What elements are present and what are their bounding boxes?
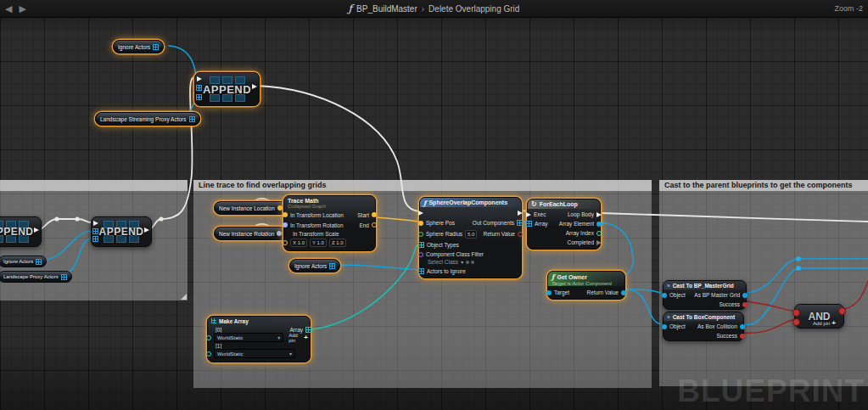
sphere-radius-field[interactable]: 5.0 <box>465 230 477 239</box>
array-pin[interactable] <box>153 44 159 50</box>
enum-in-pin[interactable] <box>206 335 211 340</box>
exec-out-pin[interactable] <box>144 227 149 233</box>
array-pin[interactable] <box>36 259 42 265</box>
vector-in-pin-unconnected[interactable] <box>283 240 288 245</box>
bool-in-pin[interactable] <box>792 309 800 317</box>
comment-header[interactable]: Cast to the parent blueprints to get the… <box>659 180 868 191</box>
pin-label: Object <box>669 292 686 298</box>
array-pin[interactable] <box>329 263 335 269</box>
class-in-pin[interactable] <box>418 252 423 257</box>
exec-out-pin[interactable] <box>596 212 602 217</box>
vector-in-pin[interactable] <box>283 212 288 217</box>
scale-z-field[interactable]: Z 1.0 <box>329 239 346 247</box>
bool-out-pin[interactable] <box>740 334 745 339</box>
scale-y-field[interactable]: Y 1.0 <box>310 239 327 247</box>
pin-label: As Box Collision <box>697 323 737 329</box>
node-sphere-overlap-components[interactable]: ƒ SphereOverlapComponents Sphere Pos Out… <box>419 197 522 278</box>
breadcrumb-graph[interactable]: Delete Overlapping Grid <box>428 4 519 14</box>
node-foreach-loop[interactable]: ↻ ForEachLoop Exec Loop Body Array Array… <box>527 199 601 250</box>
exec-out-pin[interactable] <box>34 227 39 233</box>
function-icon: ƒ <box>349 3 352 14</box>
node-append-top[interactable]: APPEND <box>194 72 260 106</box>
variable-node-new-instance-location[interactable]: New Instance Location <box>214 201 288 215</box>
variable-node-ignore-actors[interactable]: Ignore Actors <box>113 40 164 53</box>
add-pin-label: Add pin <box>288 333 302 343</box>
pin-label: Start <box>357 212 369 218</box>
exec-in-pin[interactable] <box>418 211 423 216</box>
zoom-level-label: Zoom -2 <box>834 0 863 17</box>
forward-icon[interactable]: ▶ <box>19 0 25 17</box>
node-append-mid[interactable]: APPEND <box>91 216 152 247</box>
vector-pin[interactable] <box>277 205 283 211</box>
array-input-pin[interactable] <box>196 94 202 100</box>
exec-out-pin-unconnected[interactable] <box>596 240 602 245</box>
node-append-left[interactable]: APPEND <box>0 216 42 247</box>
vector-in-pin[interactable] <box>418 221 423 226</box>
scale-x-field[interactable]: X 1.0 <box>290 239 307 247</box>
variable-label: New Instance Location <box>219 205 275 211</box>
array-in-pin[interactable] <box>526 221 532 227</box>
object-in-pin[interactable] <box>662 293 667 298</box>
function-icon: ƒ <box>552 272 554 281</box>
comment-header[interactable]: Line trace to find overlapping grids <box>193 180 652 191</box>
variable-node-ignore-actors[interactable]: Ignore Actors <box>0 256 47 267</box>
array-out-pin[interactable] <box>305 327 311 333</box>
node-and[interactable]: AND Add pin + <box>794 304 844 329</box>
object-out-pin[interactable] <box>740 324 745 329</box>
pin-label: Completed <box>568 239 594 245</box>
node-cast-to-bp-mastergrid[interactable]: » Cast To BP_MasterGrid Object As BP Mas… <box>663 280 747 310</box>
class-picker-icons[interactable] <box>466 261 474 264</box>
variable-label: Ignore Actors <box>118 44 150 50</box>
int-out-pin[interactable] <box>596 231 602 236</box>
add-pin-button[interactable]: Add pin + <box>813 321 836 326</box>
node-title: SphereOverlapComponents <box>428 199 507 205</box>
object-out-pin[interactable] <box>742 293 748 298</box>
variable-node-landscape-proxy-actors[interactable]: Landscape Proxy Actors <box>0 271 72 283</box>
chevron-down-icon: ▾ <box>289 351 292 357</box>
comment-header[interactable] <box>0 180 188 191</box>
node-make-array[interactable]: Make Array [0] Array WorldStatic ▾ Add p… <box>207 316 311 362</box>
rotator-in-pin[interactable] <box>283 222 288 227</box>
float-in-pin[interactable] <box>418 232 423 237</box>
node-subtitle: Target is Actor Component <box>552 281 612 286</box>
node-get-owner[interactable]: ƒGet Owner Target is Actor Component Tar… <box>547 271 625 300</box>
object-in-pin[interactable] <box>662 324 667 329</box>
object-in-pin[interactable] <box>546 290 552 295</box>
back-icon[interactable]: ◀ <box>5 0 12 17</box>
array-input-pin[interactable] <box>92 228 98 234</box>
element0-dropdown[interactable]: WorldStatic ▾ <box>214 333 283 342</box>
array-input-pin[interactable] <box>196 85 202 91</box>
bool-out-pin[interactable] <box>518 232 523 237</box>
breadcrumb-blueprint[interactable]: BP_BuildMaster <box>356 4 417 14</box>
rotator-pin[interactable] <box>277 231 282 236</box>
array-in-pin[interactable] <box>418 268 424 274</box>
array-input-pin[interactable] <box>92 236 98 242</box>
bool-in-pin[interactable] <box>792 318 800 326</box>
select-class-dropdown[interactable]: Select Class <box>428 259 458 265</box>
variable-node-landscape-streaming-proxy-actors[interactable]: Landscape Streaming Proxy Actors <box>95 112 200 126</box>
enum-in-pin[interactable] <box>206 351 211 357</box>
object-out-pin[interactable] <box>621 290 626 295</box>
array-pin[interactable] <box>61 274 67 280</box>
bool-out-pin[interactable] <box>742 302 748 307</box>
vector-out-pin-unconnected[interactable] <box>372 222 377 227</box>
exec-in-pin[interactable] <box>197 76 202 81</box>
node-cast-to-boxcomponent[interactable]: » Cast To BoxComponent Object As Box Col… <box>663 312 744 341</box>
object-out-pin[interactable] <box>596 222 602 227</box>
exec-out-pin[interactable] <box>252 84 257 89</box>
vector-out-pin[interactable] <box>372 212 377 217</box>
comment-resize-handle[interactable] <box>181 294 187 300</box>
exec-in-pin[interactable] <box>526 212 531 217</box>
variable-node-new-instance-rotation[interactable]: New Instance Rotation <box>214 227 287 240</box>
bool-out-pin[interactable] <box>838 307 846 315</box>
add-pin-button[interactable]: Add pin + <box>288 333 308 343</box>
array-pin[interactable] <box>189 116 195 122</box>
node-trace-math[interactable]: Trace Math Collapsed Graph In Transform … <box>283 195 376 251</box>
array-out-pin[interactable] <box>517 220 523 226</box>
node-title: Cast To BP_MasterGrid <box>673 283 734 289</box>
array-in-pin[interactable] <box>418 242 424 248</box>
element1-dropdown[interactable]: WorldStatic ▾ <box>214 349 295 358</box>
loop-icon: ↻ <box>531 200 537 208</box>
exec-out-pin[interactable] <box>518 211 523 216</box>
variable-node-ignore-actors-center[interactable]: Ignore Actors <box>289 259 340 272</box>
